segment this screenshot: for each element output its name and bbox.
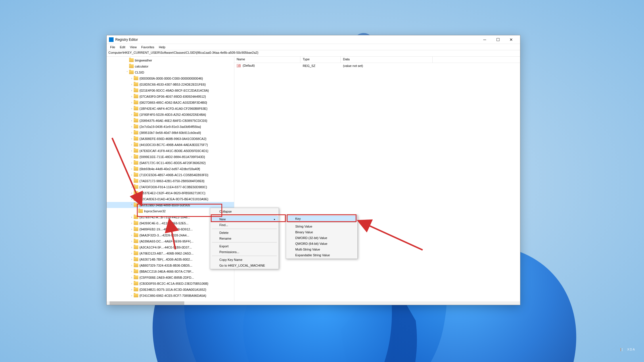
tree-expander[interactable]: › [130,180,134,182]
tree-expander[interactable]: › [130,234,134,237]
context-item-delete[interactable]: Delete [211,230,278,236]
tree-item[interactable]: ›{BBACC218-34EA-4666-9D7A-C78F... [107,268,234,274]
tree-expander[interactable]: › [130,143,134,146]
xda-watermark: [] XDA [620,342,635,356]
tree-expander[interactable]: › [130,155,134,158]
tree-expander[interactable]: › [130,77,134,80]
list-row[interactable]: ab (Default) REG_SZ (value not set) [234,63,520,69]
tree-expander[interactable]: › [130,174,134,176]
context-item-rename[interactable]: Rename [211,236,278,241]
horizontal-scrollbar[interactable] [107,301,234,305]
tree-expander[interactable]: › [130,252,134,255]
tree-expander[interactable]: › [130,276,134,279]
tree-expander[interactable]: › [130,119,134,122]
tree-item[interactable]: ›{5999E1EE-711E-48D2-9884-851A709F543D} [107,154,234,160]
tree-expander[interactable]: › [130,137,134,140]
tree-expander[interactable]: › [130,83,134,86]
tree-expander[interactable]: › [130,198,134,201]
tree-expander[interactable]: › [130,186,134,188]
tree-item[interactable]: ›{20894375-46AE-46E2-BAFD-CB38975CDCE6} [107,118,234,124]
tree-expander[interactable]: › [130,240,134,243]
tree-item[interactable]: ›{1F80F4F0-5D28-40D3-A252-4D3662D5E4BA} [107,111,234,118]
tree-expander[interactable]: › [130,95,134,98]
col-type[interactable]: Type [300,57,341,63]
menu-view[interactable]: View [128,45,139,49]
tree-item[interactable]: ›{021E4F06-9DCC-49AD-88CF-ECC2DA314C8A} [107,87,234,93]
tree-expander[interactable]: › [130,125,134,128]
tree-item[interactable]: ›{5A87172C-9C11-405C-8DD5-AF20F3606282} [107,160,234,166]
menu-file[interactable]: File [108,45,118,49]
tree-expander[interactable]: › [130,167,134,170]
context-item-permissions-[interactable]: Permissions... [211,249,278,255]
tree-item[interactable]: ›{389510b7-9e58-40d7-98bf-60b911cb0ea9} [107,130,234,136]
tree-expander[interactable]: › [130,161,134,164]
tree-item-selected[interactable]: ˅{86ca1aa0-34aa-4e8b-a509-50c905 [107,202,234,208]
tree-item[interactable]: ›{D3E34B21-9D75-101A-8C3D-00AA001A1652} [107,286,234,292]
context-item-multi-string-value[interactable]: Multi-String Value [287,247,357,252]
tree-item[interactable]: ›{3A308EFE-656D-468B-9963-0A41C0D68CA2} [107,136,234,142]
tree-expander[interactable]: › [130,246,134,249]
tree-expander[interactable]: › [130,228,134,231]
maximize-button[interactable]: ☐ [491,35,505,44]
tree-item[interactable]: ›{71DCE5D6-4B57-496B-AC21-CD5B54EB93FD} [107,172,234,178]
minimize-button[interactable]: ─ [478,35,491,44]
menu-favorites[interactable]: Favorites [139,45,156,49]
menu-separator [212,242,277,242]
close-button[interactable]: ✕ [505,35,518,44]
tree-item[interactable]: ›{4410DC33-BC7C-496B-AA84-4AEA3EEE75F7} [107,142,234,148]
tree-expander[interactable]: › [130,222,134,225]
col-data[interactable]: Data [341,57,433,63]
tree-expander[interactable]: › [130,264,134,267]
tree-expander[interactable]: › [130,216,134,219]
tree-expander[interactable]: › [130,89,134,92]
tree-item[interactable]: ›{2e7c0a19-0438-41e9-81e3-3ad3d64f55ba} [107,124,234,130]
tree-expander[interactable]: › [130,101,134,104]
context-item-key[interactable]: Key [287,216,357,222]
menu-help[interactable]: Help [157,45,168,49]
tree-expander[interactable]: › [130,107,134,110]
context-item-find-[interactable]: Find... [211,222,278,228]
tree-item[interactable]: ›{0003000A-0000-0000-C000-000000000046} [107,75,234,81]
tree-item[interactable]: ›{7AFDFDD8-F914-11E4-8377-6C3BE50D980C} [107,184,234,190]
context-item-binary-value[interactable]: Binary Value [287,229,357,235]
tree-item[interactable]: ›{07CA83F0-DF06-4E67-89DD-E80924A49512} [107,93,234,99]
tree-expander[interactable]: › [130,294,134,297]
tree-item[interactable]: ›{018D5C66-4533-4307-9B53-224DE2ED1FE6} [107,81,234,87]
tree-item[interactable]: ›{7B37E4E2-C62F-4914-9620-8FB5062718CC} [107,190,234,196]
col-name[interactable]: Name [234,57,300,63]
tree-item[interactable]: ›{1BF42E4C-4AF4-4CFD-A1A0-CF2960B8F63E} [107,105,234,111]
tree-expander[interactable]: › [130,282,134,285]
context-item-collapse[interactable]: Collapse [211,209,278,214]
context-item-copy-key-name[interactable]: Copy Key Name [211,257,278,263]
tree-item[interactable]: ›{CB3D0F55-BC2C-4C1A-85ED-23ED75B5106B} [107,280,234,286]
context-item-qword-64-bit-value[interactable]: QWORD (64-bit) Value [287,241,357,247]
tree-expander[interactable]: › [130,131,134,134]
tree-item[interactable]: ›{47E6DCAF-41F8-441C-BD0E-A50D5FE6C4D1} [107,148,234,154]
tree-expander[interactable]: › [130,288,134,291]
context-item-expandable-string-value[interactable]: Expandable String Value [287,252,357,258]
tree-item[interactable]: ›{6bb93b4e-44d8-40e2-bd97-42dbcf18a40f} [107,166,234,172]
tree-expander[interactable]: › [130,258,134,261]
context-item-go-to-hkey-local-machine[interactable]: Go to HKEY_LOCAL_MACHINE [211,263,278,268]
menu-edit[interactable]: Edit [118,45,128,49]
tree-item[interactable]: ›{F241C880-6982-4CE5-8CF7-7085BA96DA5A} [107,292,234,299]
tree-item[interactable]: calculator [107,63,234,69]
context-item-new[interactable]: New▸ [211,216,278,222]
tree-expander[interactable]: ˅ [130,204,134,207]
tree-item[interactable]: bingweather [107,57,234,63]
tree-item-clsid[interactable]: ˅CLSID [107,69,234,75]
tree-expander[interactable]: › [130,270,134,273]
tree-item[interactable]: ›{0827D883-485C-4D62-BA2C-A332DBF3D4B0} [107,99,234,105]
context-item-string-value[interactable]: String Value [287,224,357,229]
address-bar[interactable]: Computer\HKEY_CURRENT_USER\Software\Clas… [107,50,520,57]
context-item-dword-32-bit-value[interactable]: DWORD (32-bit) Value [287,235,357,241]
tree-expander[interactable]: › [130,192,134,195]
titlebar[interactable]: Registry Editor ─ ☐ ✕ [107,35,520,44]
tree-expander[interactable]: ˅ [125,71,129,74]
tree-expander[interactable]: › [130,113,134,116]
tree-expander[interactable]: › [130,149,134,152]
tree-item[interactable]: ›{C5FF006E-2AE9-408C-B85B-2DFD... [107,274,234,280]
context-item-export[interactable]: Export [211,243,278,249]
tree-item[interactable]: ›{82CA8DE3-01AD-4CEA-9D75-BE4C51810A9E} [107,196,234,202]
tree-item[interactable]: ›{7AE67172-9863-42B1-8750-2B85084FD8E8} [107,178,234,184]
